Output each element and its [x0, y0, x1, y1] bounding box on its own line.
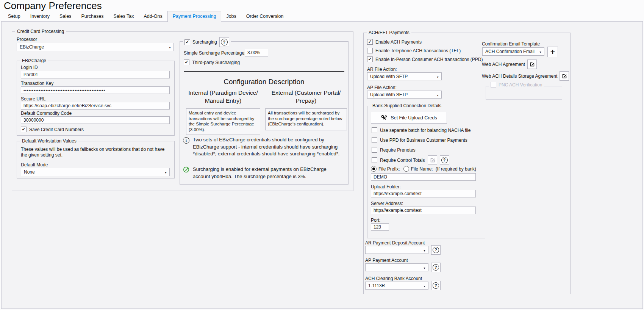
web-ach-storage-agreement-edit-button[interactable]: [560, 71, 569, 81]
secure-url-field[interactable]: [21, 102, 170, 110]
question-circle-icon: ?: [433, 247, 439, 253]
check-circle-icon: [183, 166, 189, 173]
set-file-upload-creds-button[interactable]: Set File Upload Creds: [371, 112, 447, 124]
tab-payment-processing[interactable]: Payment Processing: [167, 11, 222, 22]
enable-ppd-row: Enable In-Person Consumer ACH transactio…: [367, 56, 483, 62]
ar-file-action-dropdown[interactable]: Upload With SFTP: [367, 72, 442, 80]
enable-ach-label: Enable ACH Payments: [375, 39, 422, 45]
credit-card-processing-label: Credit Card Processing: [15, 29, 66, 34]
port-label: Port:: [371, 218, 380, 223]
surcharging-label: Surcharging: [192, 39, 217, 45]
pnc-ach-verification-group: PNC ACH Verification: [486, 86, 562, 100]
ar-file-action-label: AR File Action:: [367, 67, 397, 72]
tab-inventory[interactable]: Inventory: [25, 12, 55, 22]
transaction-key-field[interactable]: [21, 86, 170, 94]
chevron-down-icon: [539, 49, 542, 54]
ap-file-action-label: AP File Action:: [367, 85, 397, 90]
save-credit-card-numbers-label: Save Credit Card Numbers: [29, 127, 84, 132]
tab-sales[interactable]: Sales: [55, 12, 76, 22]
confirmation-email-template-dropdown[interactable]: ACH Confirmation Email: [482, 47, 544, 56]
file-naming-radio-row: File Prefix: File Name: (If required by …: [371, 166, 476, 172]
web-ach-storage-agreement-row: Web ACH Details Storage Agreement: [482, 71, 569, 81]
ppd-business-checkbox[interactable]: [372, 137, 377, 143]
secure-url-label: Secure URL: [21, 96, 45, 102]
configuration-description-title: Configuration Description: [180, 78, 348, 86]
ach-clearing-account-help-button[interactable]: ?: [431, 281, 441, 290]
ap-file-action-dropdown[interactable]: Upload With SFTP: [367, 91, 442, 99]
chevron-down-icon: [423, 265, 426, 270]
simple-surcharge-pct-field[interactable]: [245, 49, 268, 56]
credentials-info-row: i Two sets of EBizCharge credentials sho…: [183, 136, 344, 158]
ap-payment-account-help-button[interactable]: ?: [431, 263, 441, 272]
tab-sales-tax[interactable]: Sales Tax: [108, 12, 139, 22]
file-name-label: File Name:: [411, 166, 433, 172]
surcharging-header: Surcharging ?: [183, 37, 231, 47]
question-circle-icon: ?: [433, 282, 439, 289]
third-party-surcharging-checkbox[interactable]: [184, 59, 189, 65]
chevron-down-icon: [423, 283, 426, 288]
third-party-surcharging-row: Third-party Surcharging: [184, 59, 240, 65]
simple-surcharge-pct-label: Simple Surcharge Percentage:: [184, 50, 245, 56]
credit-card-processing-group: Credit Card Processing Processor EBizCha…: [12, 31, 353, 191]
ar-deposit-account-help-button[interactable]: ?: [431, 245, 441, 255]
save-credit-card-numbers-checkbox[interactable]: [21, 127, 27, 132]
chevron-down-icon: [423, 248, 426, 252]
surcharging-checkbox[interactable]: [184, 39, 190, 45]
tab-order-conversion[interactable]: Order Conversion: [241, 12, 289, 22]
add-email-template-button[interactable]: [547, 47, 558, 57]
processor-dropdown[interactable]: EBizCharge: [17, 43, 174, 51]
enable-ppd-checkbox[interactable]: [367, 56, 373, 62]
tab-add-ons[interactable]: Add-Ons: [139, 12, 167, 22]
tab-jobs[interactable]: Jobs: [221, 12, 241, 22]
file-prefix-field[interactable]: [371, 173, 476, 181]
upload-folder-field[interactable]: [371, 190, 476, 197]
edit-pencil-icon: [430, 157, 435, 163]
web-ach-agreement-edit-button[interactable]: [527, 59, 537, 69]
tab-purchases[interactable]: Purchases: [76, 12, 108, 22]
require-prenotes-checkbox[interactable]: [372, 147, 377, 153]
surcharging-help-button[interactable]: ?: [219, 37, 229, 47]
chevron-down-icon: [436, 92, 439, 97]
default-workstation-values-label: Default Workstation Values: [20, 138, 78, 144]
file-prefix-label: File Prefix:: [378, 166, 400, 172]
default-workstation-values-group: Default Workstation Values These values …: [17, 141, 175, 178]
question-circle-icon: ?: [433, 264, 439, 271]
login-id-field[interactable]: [21, 71, 170, 78]
server-address-field[interactable]: [371, 207, 476, 214]
confirmation-email-template-value: ACH Confirmation Email: [485, 49, 535, 54]
processor-value: EBizCharge: [20, 44, 44, 50]
divider: [184, 71, 344, 72]
require-control-totals-label: Require Control Totals: [380, 158, 425, 163]
nacha-batch-checkbox[interactable]: [372, 127, 377, 133]
keys-icon: [381, 115, 388, 121]
ebizcharge-group: EBizCharge Login ID Transaction Key Secu…: [17, 61, 175, 136]
ap-payment-account-dropdown[interactable]: [365, 263, 428, 271]
enable-ppd-label: Enable In-Person Consumer ACH transactio…: [375, 57, 483, 62]
control-totals-edit-button[interactable]: [428, 155, 437, 165]
ar-deposit-account-label: AR Payment Deposit Account: [365, 240, 425, 246]
surcharging-group: Surcharging ? Simple Surcharge Percentag…: [180, 41, 349, 185]
ach-clearing-account-label: ACH Clearing Bank Account: [365, 276, 422, 281]
enable-tel-row: Enable Telephone ACH transactions (TEL): [367, 48, 461, 53]
control-totals-help-button[interactable]: ?: [440, 155, 449, 165]
file-name-radio[interactable]: [403, 166, 409, 172]
tab-setup[interactable]: Setup: [3, 12, 25, 22]
enable-tel-checkbox[interactable]: [367, 48, 373, 53]
pnc-ach-verification-checkbox: [491, 82, 496, 88]
commodity-code-field[interactable]: [21, 116, 170, 124]
bank-supplied-connection-details-group: Bank-Supplied Connection Details Set Fil…: [367, 106, 485, 238]
require-control-totals-checkbox[interactable]: [372, 157, 377, 163]
web-ach-agreement-label: Web ACH Agreement: [482, 62, 525, 67]
enable-ach-checkbox[interactable]: [367, 39, 373, 45]
third-party-surcharging-label: Third-party Surcharging: [192, 60, 240, 65]
file-naming-note: (If required by bank): [436, 166, 476, 172]
file-prefix-radio[interactable]: [371, 166, 377, 172]
ar-deposit-account-dropdown[interactable]: [365, 246, 428, 254]
transaction-key-label: Transaction Key: [21, 81, 53, 86]
port-field[interactable]: [371, 223, 389, 231]
default-mode-dropdown[interactable]: None: [21, 168, 170, 176]
processor-label: Processor: [17, 37, 37, 42]
server-address-label: Server Address:: [371, 201, 403, 206]
ach-clearing-account-dropdown[interactable]: 1-1113R: [365, 282, 428, 290]
company-preferences-window: Company Preferences SetupInventorySalesP…: [0, 0, 644, 310]
